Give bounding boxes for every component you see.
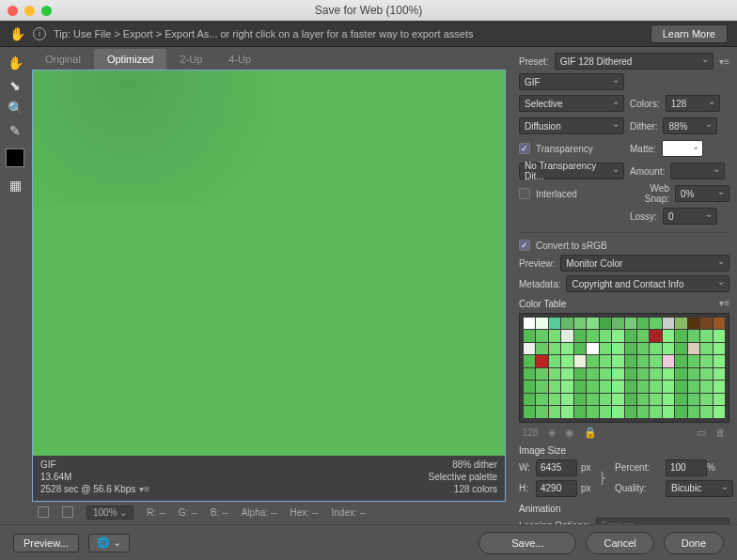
- color-table-swatch[interactable]: [536, 394, 547, 405]
- dither-amount-select[interactable]: 88%: [663, 117, 717, 134]
- color-table-swatch[interactable]: [524, 318, 535, 329]
- color-table-swatch[interactable]: [688, 368, 699, 380]
- color-table-swatch[interactable]: [663, 394, 674, 405]
- learn-more-button[interactable]: Learn More: [651, 24, 728, 43]
- color-table-swatch[interactable]: [625, 355, 636, 366]
- save-button[interactable]: Save...: [478, 532, 576, 554]
- color-table-swatch[interactable]: [637, 355, 649, 366]
- color-table-swatch[interactable]: [713, 381, 725, 392]
- color-table-swatch[interactable]: [600, 355, 611, 366]
- close-window-button[interactable]: [8, 6, 18, 16]
- quality-select[interactable]: Bicubic: [666, 480, 733, 497]
- color-table-swatch[interactable]: [637, 406, 649, 417]
- interlaced-checkbox[interactable]: [519, 188, 530, 199]
- color-table-swatch[interactable]: [612, 394, 623, 405]
- ct-new-icon[interactable]: ▭: [697, 427, 706, 439]
- color-table-swatch[interactable]: [700, 406, 712, 417]
- height-input[interactable]: 4290: [536, 480, 577, 497]
- download-speed-menu-icon[interactable]: ▾≡: [139, 484, 149, 494]
- color-table-swatch[interactable]: [574, 343, 586, 354]
- websnap-select[interactable]: 0%: [675, 185, 729, 202]
- ct-lock-icon[interactable]: 🔒: [584, 427, 597, 439]
- width-input[interactable]: 6435: [536, 459, 577, 476]
- color-table-swatch[interactable]: [650, 368, 661, 380]
- color-table-swatch[interactable]: [574, 330, 586, 341]
- color-table-swatch[interactable]: [524, 343, 535, 354]
- color-table-swatch[interactable]: [688, 394, 699, 405]
- matte-color-well[interactable]: [662, 140, 703, 157]
- color-table-swatch[interactable]: [675, 330, 686, 341]
- ct-snap-icon[interactable]: ◈: [548, 427, 556, 439]
- preview-select[interactable]: Monitor Color: [560, 255, 729, 272]
- browser-preview-button[interactable]: 🌐⌄: [88, 534, 130, 552]
- color-table-swatch[interactable]: [675, 343, 686, 354]
- color-table-swatch[interactable]: [713, 343, 725, 354]
- color-table-swatch[interactable]: [650, 355, 661, 366]
- color-table-swatch[interactable]: [561, 355, 572, 366]
- color-table-swatch[interactable]: [536, 343, 547, 354]
- color-table-swatch[interactable]: [600, 394, 611, 405]
- color-table-swatch[interactable]: [637, 330, 649, 341]
- color-table-swatch[interactable]: [587, 355, 598, 366]
- color-table-swatch[interactable]: [600, 368, 611, 380]
- color-table-swatch[interactable]: [549, 394, 560, 405]
- color-table-swatch[interactable]: [663, 406, 674, 417]
- color-table-swatch[interactable]: [574, 355, 586, 366]
- color-table-swatch[interactable]: [625, 406, 636, 417]
- color-table-swatch[interactable]: [536, 381, 547, 392]
- color-table-swatch[interactable]: [600, 343, 611, 354]
- color-table-swatch[interactable]: [675, 406, 686, 417]
- transparency-dither-select[interactable]: No Transparency Dit...: [519, 163, 624, 179]
- color-table-swatch[interactable]: [587, 406, 598, 417]
- color-table-swatch[interactable]: [713, 318, 725, 329]
- color-table-swatch[interactable]: [549, 330, 560, 341]
- color-table-swatch[interactable]: [549, 343, 560, 354]
- color-table-swatch[interactable]: [713, 368, 725, 380]
- link-dimensions-icon[interactable]: ⎬: [598, 472, 611, 485]
- color-table-swatch[interactable]: [574, 381, 586, 392]
- tab-4up[interactable]: 4-Up: [215, 49, 264, 70]
- color-table-swatch[interactable]: [587, 318, 598, 329]
- color-table-swatch[interactable]: [688, 330, 699, 341]
- toggle-slices-icon[interactable]: ▦: [5, 175, 25, 195]
- percent-input[interactable]: 100: [666, 459, 707, 476]
- color-table-swatch[interactable]: [675, 381, 686, 392]
- color-table-swatch[interactable]: [612, 368, 623, 380]
- color-reduction-select[interactable]: Selective: [519, 95, 624, 112]
- status-square-icon[interactable]: [38, 506, 49, 518]
- color-table-swatch[interactable]: [663, 330, 674, 341]
- lossy-select[interactable]: 0: [663, 208, 717, 225]
- eyedropper-color-swatch[interactable]: [6, 148, 24, 167]
- color-table-swatch[interactable]: [587, 394, 598, 405]
- color-table-swatch[interactable]: [650, 330, 661, 341]
- minimize-window-button[interactable]: [24, 6, 35, 16]
- color-table-swatch[interactable]: [561, 381, 572, 392]
- color-table-swatch[interactable]: [700, 381, 712, 392]
- color-table-swatch[interactable]: [675, 318, 686, 329]
- ct-shift-icon[interactable]: ◉: [565, 427, 574, 439]
- color-table-swatch[interactable]: [713, 406, 725, 417]
- color-table-swatch[interactable]: [524, 355, 535, 366]
- color-table-swatch[interactable]: [625, 343, 636, 354]
- color-table-swatch[interactable]: [650, 318, 661, 329]
- color-table-swatch[interactable]: [663, 343, 674, 354]
- zoom-level-select[interactable]: 100% ⌄: [86, 506, 133, 520]
- color-table-swatch[interactable]: [600, 406, 611, 417]
- color-table-swatch[interactable]: [549, 406, 560, 417]
- color-table-swatch[interactable]: [549, 381, 560, 392]
- color-table-swatch[interactable]: [612, 318, 623, 329]
- color-table-swatch[interactable]: [625, 330, 636, 341]
- color-table-swatch[interactable]: [561, 318, 572, 329]
- color-table-swatch[interactable]: [549, 318, 560, 329]
- color-table-swatch[interactable]: [587, 381, 598, 392]
- colors-select[interactable]: 128: [666, 95, 720, 112]
- color-table-swatch[interactable]: [700, 318, 712, 329]
- color-table-swatch[interactable]: [612, 355, 623, 366]
- color-table-swatch[interactable]: [663, 318, 674, 329]
- color-table-swatch[interactable]: [600, 381, 611, 392]
- color-table-swatch[interactable]: [612, 406, 623, 417]
- eyedropper-tool[interactable]: ✎: [5, 120, 25, 141]
- color-table-swatch[interactable]: [675, 355, 686, 366]
- color-table-swatch[interactable]: [650, 394, 661, 405]
- color-table-swatch[interactable]: [650, 406, 661, 417]
